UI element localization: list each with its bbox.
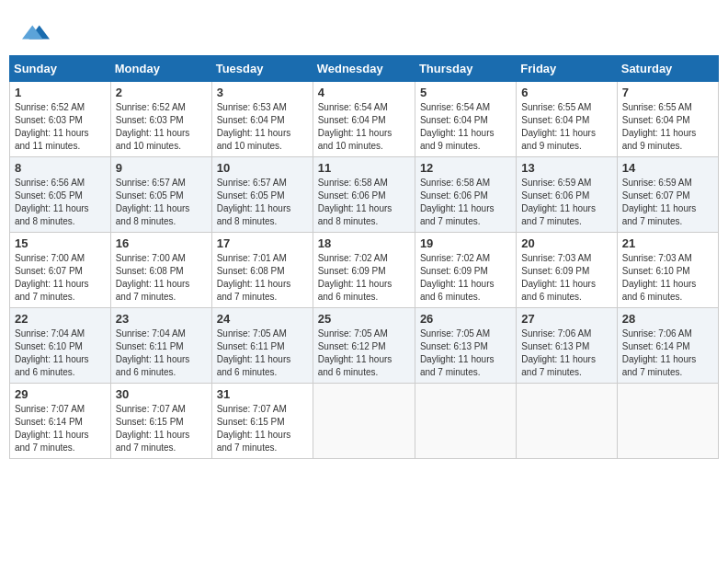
day-number: 19: [420, 236, 511, 250]
day-info: Sunrise: 6:59 AM Sunset: 6:07 PM Dayligh…: [622, 177, 713, 228]
day-info: Sunrise: 7:04 AM Sunset: 6:10 PM Dayligh…: [15, 327, 106, 379]
day-info: Sunrise: 7:03 AM Sunset: 6:10 PM Dayligh…: [622, 252, 713, 304]
calendar-cell: 5Sunrise: 6:54 AM Sunset: 6:04 PM Daylig…: [415, 82, 516, 157]
calendar-cell: [617, 384, 718, 459]
day-info: Sunrise: 7:07 AM Sunset: 6:15 PM Dayligh…: [217, 403, 308, 454]
day-number: 14: [622, 161, 713, 175]
day-info: Sunrise: 6:57 AM Sunset: 6:05 PM Dayligh…: [217, 177, 308, 228]
day-info: Sunrise: 7:01 AM Sunset: 6:08 PM Dayligh…: [217, 252, 308, 304]
calendar-cell: 11Sunrise: 6:58 AM Sunset: 6:06 PM Dayli…: [313, 157, 415, 233]
calendar-cell: 20Sunrise: 7:03 AM Sunset: 6:09 PM Dayli…: [517, 233, 617, 308]
day-info: Sunrise: 6:53 AM Sunset: 6:04 PM Dayligh…: [217, 101, 308, 153]
day-info: Sunrise: 6:52 AM Sunset: 6:03 PM Dayligh…: [116, 101, 207, 153]
day-number: 26: [420, 312, 511, 326]
day-info: Sunrise: 6:57 AM Sunset: 6:05 PM Dayligh…: [116, 177, 207, 228]
day-number: 10: [217, 161, 308, 175]
day-info: Sunrise: 7:07 AM Sunset: 6:14 PM Dayligh…: [15, 403, 106, 454]
day-number: 8: [15, 161, 106, 175]
weekday-header-monday: Monday: [110, 56, 211, 82]
day-info: Sunrise: 6:54 AM Sunset: 6:04 PM Dayligh…: [420, 101, 511, 153]
calendar-cell: 2Sunrise: 6:52 AM Sunset: 6:03 PM Daylig…: [110, 82, 211, 157]
day-number: 22: [15, 312, 106, 326]
calendar-cell: 31Sunrise: 7:07 AM Sunset: 6:15 PM Dayli…: [211, 384, 313, 459]
calendar-header-row: SundayMondayTuesdayWednesdayThursdayFrid…: [10, 56, 719, 82]
weekday-header-wednesday: Wednesday: [313, 56, 415, 82]
day-number: 27: [521, 312, 611, 326]
calendar-table: SundayMondayTuesdayWednesdayThursdayFrid…: [9, 55, 719, 459]
day-info: Sunrise: 7:05 AM Sunset: 6:12 PM Dayligh…: [318, 327, 410, 379]
day-info: Sunrise: 6:59 AM Sunset: 6:06 PM Dayligh…: [521, 177, 611, 228]
calendar-cell: [313, 384, 415, 459]
calendar-week-row: 8Sunrise: 6:56 AM Sunset: 6:05 PM Daylig…: [10, 157, 719, 233]
weekday-header-friday: Friday: [517, 56, 617, 82]
day-number: 13: [521, 161, 611, 175]
day-info: Sunrise: 7:02 AM Sunset: 6:09 PM Dayligh…: [420, 252, 511, 304]
calendar-cell: 28Sunrise: 7:06 AM Sunset: 6:14 PM Dayli…: [617, 308, 718, 384]
calendar-cell: 15Sunrise: 7:00 AM Sunset: 6:07 PM Dayli…: [10, 233, 111, 308]
weekday-header-saturday: Saturday: [617, 56, 718, 82]
day-info: Sunrise: 7:03 AM Sunset: 6:09 PM Dayligh…: [521, 252, 611, 304]
day-info: Sunrise: 6:52 AM Sunset: 6:03 PM Dayligh…: [15, 101, 106, 153]
weekday-header-sunday: Sunday: [10, 56, 111, 82]
calendar-cell: 14Sunrise: 6:59 AM Sunset: 6:07 PM Dayli…: [617, 157, 718, 233]
day-number: 20: [521, 236, 611, 250]
day-info: Sunrise: 6:58 AM Sunset: 6:06 PM Dayligh…: [318, 177, 410, 228]
day-info: Sunrise: 7:04 AM Sunset: 6:11 PM Dayligh…: [116, 327, 207, 379]
day-info: Sunrise: 7:05 AM Sunset: 6:11 PM Dayligh…: [217, 327, 308, 379]
day-number: 12: [420, 161, 511, 175]
calendar-cell: 1Sunrise: 6:52 AM Sunset: 6:03 PM Daylig…: [10, 82, 111, 157]
calendar-cell: 17Sunrise: 7:01 AM Sunset: 6:08 PM Dayli…: [211, 233, 313, 308]
day-number: 24: [217, 312, 308, 326]
day-number: 4: [318, 86, 410, 99]
calendar-cell: 6Sunrise: 6:55 AM Sunset: 6:04 PM Daylig…: [517, 82, 617, 157]
calendar-cell: 29Sunrise: 7:07 AM Sunset: 6:14 PM Dayli…: [10, 384, 111, 459]
day-number: 7: [622, 86, 713, 99]
calendar-cell: [517, 384, 617, 459]
calendar-cell: 25Sunrise: 7:05 AM Sunset: 6:12 PM Dayli…: [313, 308, 415, 384]
day-info: Sunrise: 7:07 AM Sunset: 6:15 PM Dayligh…: [116, 403, 207, 454]
calendar-cell: 13Sunrise: 6:59 AM Sunset: 6:06 PM Dayli…: [517, 157, 617, 233]
day-number: 11: [318, 161, 410, 175]
day-number: 29: [15, 387, 106, 401]
day-info: Sunrise: 7:02 AM Sunset: 6:09 PM Dayligh…: [318, 252, 410, 304]
day-info: Sunrise: 6:58 AM Sunset: 6:06 PM Dayligh…: [420, 177, 511, 228]
weekday-header-thursday: Thursday: [415, 56, 516, 82]
calendar-cell: [415, 384, 516, 459]
calendar-cell: 3Sunrise: 6:53 AM Sunset: 6:04 PM Daylig…: [211, 82, 313, 157]
day-number: 6: [521, 86, 611, 99]
day-number: 23: [116, 312, 207, 326]
day-number: 18: [318, 236, 410, 250]
day-info: Sunrise: 6:56 AM Sunset: 6:05 PM Dayligh…: [15, 177, 106, 228]
calendar-cell: 16Sunrise: 7:00 AM Sunset: 6:08 PM Dayli…: [110, 233, 211, 308]
calendar-week-row: 15Sunrise: 7:00 AM Sunset: 6:07 PM Dayli…: [10, 233, 719, 308]
calendar-week-row: 1Sunrise: 6:52 AM Sunset: 6:03 PM Daylig…: [10, 82, 719, 157]
calendar-week-row: 29Sunrise: 7:07 AM Sunset: 6:14 PM Dayli…: [10, 384, 719, 459]
calendar-cell: 9Sunrise: 6:57 AM Sunset: 6:05 PM Daylig…: [110, 157, 211, 233]
calendar-cell: 21Sunrise: 7:03 AM Sunset: 6:10 PM Dayli…: [617, 233, 718, 308]
day-number: 31: [217, 387, 308, 401]
day-info: Sunrise: 7:06 AM Sunset: 6:13 PM Dayligh…: [521, 327, 611, 379]
day-number: 9: [116, 161, 207, 175]
day-info: Sunrise: 6:55 AM Sunset: 6:04 PM Dayligh…: [622, 101, 713, 153]
day-info: Sunrise: 7:05 AM Sunset: 6:13 PM Dayligh…: [420, 327, 511, 379]
day-number: 21: [622, 236, 713, 250]
day-number: 30: [116, 387, 207, 401]
day-info: Sunrise: 7:00 AM Sunset: 6:08 PM Dayligh…: [116, 252, 207, 304]
calendar-cell: 10Sunrise: 6:57 AM Sunset: 6:05 PM Dayli…: [211, 157, 313, 233]
page-header: [9, 9, 719, 51]
calendar-cell: 4Sunrise: 6:54 AM Sunset: 6:04 PM Daylig…: [313, 82, 415, 157]
calendar-cell: 26Sunrise: 7:05 AM Sunset: 6:13 PM Dayli…: [415, 308, 516, 384]
calendar-cell: 22Sunrise: 7:04 AM Sunset: 6:10 PM Dayli…: [10, 308, 111, 384]
calendar-cell: 18Sunrise: 7:02 AM Sunset: 6:09 PM Dayli…: [313, 233, 415, 308]
day-number: 5: [420, 86, 511, 99]
weekday-header-tuesday: Tuesday: [211, 56, 313, 82]
day-info: Sunrise: 7:06 AM Sunset: 6:14 PM Dayligh…: [622, 327, 713, 379]
day-number: 3: [217, 86, 308, 99]
day-number: 28: [622, 312, 713, 326]
calendar-cell: 27Sunrise: 7:06 AM Sunset: 6:13 PM Dayli…: [517, 308, 617, 384]
day-number: 25: [318, 312, 410, 326]
logo-icon: [22, 18, 50, 46]
calendar-cell: 19Sunrise: 7:02 AM Sunset: 6:09 PM Dayli…: [415, 233, 516, 308]
calendar-cell: 7Sunrise: 6:55 AM Sunset: 6:04 PM Daylig…: [617, 82, 718, 157]
day-number: 16: [116, 236, 207, 250]
